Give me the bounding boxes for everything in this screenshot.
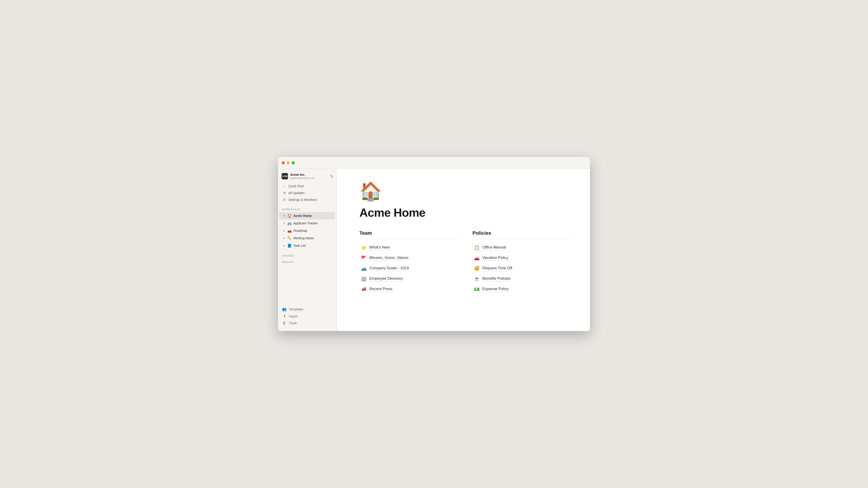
vacation-policy-emoji: 🚗 <box>474 255 480 261</box>
whats-new-emoji: ⭐ <box>361 245 367 250</box>
nav-label-meeting-notes: Meeting Notes <box>293 236 333 240</box>
workspace-header: ACME Acme Inc. fig@makenotion.com ⇅ <box>278 169 337 183</box>
mission-label: Mission, Vision, Values <box>369 255 408 260</box>
workspace-text: Acme Inc. fig@makenotion.com <box>290 173 315 180</box>
nav-emoji-acme-home: 🏠 <box>287 214 292 218</box>
sidebar-item-quick-find[interactable]: ○ Quick Find <box>280 183 335 190</box>
nav-arrow-icon: ▶ <box>283 230 286 232</box>
policies-column: Policies 📋 Office Manual 🚗 Vacation Poli… <box>472 230 572 294</box>
templates-icon: 👥 <box>282 307 287 311</box>
nav-label-applicant-tracker: Applicant Tracker <box>293 221 333 225</box>
nav-label-task-list: Task List <box>293 244 333 248</box>
content-area: 🏠 Acme Home Team ⭐ What's New 🚩 Mission,… <box>337 169 590 331</box>
company-goals-emoji: 🚙 <box>361 266 367 271</box>
list-item-recent-press[interactable]: 📣 Recent Press <box>360 284 459 294</box>
sidebar-actions: ○ Quick Find ◔ All Updates ⚙ Settings & … <box>278 183 337 206</box>
footer-label-templates: Templates <box>289 307 303 311</box>
workspace-toggle-button[interactable]: ⇅ <box>330 174 333 178</box>
nav-emoji-applicant-tracker: 🚌 <box>287 221 292 225</box>
page-title: Acme Home <box>360 206 572 219</box>
sidebar-item-all-updates[interactable]: ◔ All Updates <box>280 190 335 196</box>
nav-label-roadmap: Roadmap <box>293 229 333 232</box>
expense-policy-label: Expense Policy <box>483 287 508 292</box>
expense-policy-emoji: 💵 <box>474 287 480 292</box>
sidebar-item-import[interactable]: ⬇ Import <box>280 313 335 320</box>
workspace-name: Acme Inc. <box>290 173 315 177</box>
sidebar-action-label-quick-find: Quick Find <box>288 184 304 188</box>
list-item-vacation-policy[interactable]: 🚗 Vacation Policy <box>472 253 572 263</box>
office-manual-emoji: 📋 <box>474 245 480 250</box>
sidebar-item-roadmap[interactable]: ▶ 🚗 Roadmap <box>279 227 335 234</box>
recent-press-label: Recent Press <box>369 287 393 292</box>
shared-section-label: SHARED <box>278 252 337 258</box>
workspace-section-label: WORKSPACE <box>278 206 337 212</box>
list-item-expense-policy[interactable]: 💵 Expense Policy <box>472 284 572 294</box>
sidebar-item-meeting-notes[interactable]: ▶ ✏️ Meeting Notes <box>279 234 335 242</box>
sidebar-item-trash[interactable]: 🗑 Trash <box>280 320 335 326</box>
sidebar-item-settings[interactable]: ⚙ Settings & Members <box>280 196 335 203</box>
list-item-employee-directory[interactable]: 🏢 Employee Directory <box>360 274 459 284</box>
main-layout: ACME Acme Inc. fig@makenotion.com ⇅ ○ Qu… <box>278 169 590 331</box>
gear-icon: ⚙ <box>282 198 286 202</box>
clock-icon: ◔ <box>282 191 286 195</box>
team-column: Team ⭐ What's New 🚩 Mission, Vision, Val… <box>360 230 459 294</box>
company-goals-label: Company Goals - 2019 <box>369 266 409 271</box>
request-time-off-label: Request Time Off <box>483 266 512 271</box>
nav-arrow-icon: ▶ <box>283 237 286 239</box>
list-item-benefits-policies[interactable]: ☕ Benefits Policies <box>472 274 572 284</box>
mission-emoji: 🚩 <box>361 255 367 261</box>
nav-arrow-icon: ▶ <box>283 215 286 217</box>
employee-directory-label: Employee Directory <box>369 276 403 281</box>
minimize-button[interactable] <box>287 161 290 164</box>
workspace-logo: ACME <box>282 173 288 180</box>
nav-emoji-meeting-notes: ✏️ <box>287 236 292 240</box>
nav-items: ▶ 🏠 Acme Home ▶ 🚌 Applicant Tracker ▶ 🚗 … <box>278 212 337 250</box>
list-item-company-goals[interactable]: 🚙 Company Goals - 2019 <box>360 263 459 273</box>
list-item-office-manual[interactable]: 📋 Office Manual <box>472 242 572 253</box>
nav-label-acme-home: Acme Home <box>293 214 333 218</box>
workspace-info: ACME Acme Inc. fig@makenotion.com <box>282 173 315 180</box>
nav-emoji-roadmap: 🚗 <box>287 229 292 233</box>
list-item-whats-new[interactable]: ⭐ What's New <box>360 242 459 253</box>
vacation-policy-label: Vacation Policy <box>483 255 508 260</box>
nav-arrow-icon: ▶ <box>283 245 286 247</box>
office-manual-label: Office Manual <box>483 245 506 250</box>
list-item-request-time-off[interactable]: 😴 Request Time Off <box>472 263 572 273</box>
workspace-email: fig@makenotion.com <box>290 177 315 180</box>
footer-label-import: Import <box>289 315 298 318</box>
sidebar-footer: 👥 Templates ⬇ Import 🗑 Trash <box>278 303 337 326</box>
sidebar-item-acme-home[interactable]: ▶ 🏠 Acme Home <box>279 212 335 220</box>
sidebar-action-label-settings: Settings & Members <box>288 198 317 201</box>
trash-icon: 🗑 <box>282 321 287 325</box>
footer-label-trash: Trash <box>289 321 297 325</box>
search-icon: ○ <box>282 184 286 188</box>
nav-arrow-icon: ▶ <box>283 222 286 224</box>
sidebar-action-label-all-updates: All Updates <box>288 191 305 195</box>
request-time-off-emoji: 😴 <box>474 266 480 271</box>
sidebar-item-task-list[interactable]: ▶ 📘 Task List <box>279 242 335 250</box>
benefits-policies-emoji: ☕ <box>474 276 480 282</box>
import-icon: ⬇ <box>282 314 287 318</box>
sidebar-item-applicant-tracker[interactable]: ▶ 🚌 Applicant Tracker <box>279 220 335 227</box>
columns-container: Team ⭐ What's New 🚩 Mission, Vision, Val… <box>360 230 572 294</box>
benefits-policies-label: Benefits Policies <box>483 276 510 281</box>
sidebar: ACME Acme Inc. fig@makenotion.com ⇅ ○ Qu… <box>278 169 337 331</box>
team-column-heading: Team <box>360 230 459 239</box>
whats-new-label: What's New <box>369 245 390 250</box>
policies-list: 📋 Office Manual 🚗 Vacation Policy 😴 Requ… <box>472 242 572 294</box>
traffic-lights <box>282 161 295 164</box>
private-section-label: PRIVATE <box>278 258 337 265</box>
titlebar <box>278 157 590 169</box>
employee-directory-emoji: 🏢 <box>361 276 367 282</box>
recent-press-emoji: 📣 <box>361 287 367 292</box>
maximize-button[interactable] <box>291 161 295 164</box>
team-list: ⭐ What's New 🚩 Mission, Vision, Values 🚙… <box>360 242 459 294</box>
sidebar-item-templates[interactable]: 👥 Templates <box>280 306 335 313</box>
policies-column-heading: Policies <box>472 230 572 239</box>
app-window: ACME Acme Inc. fig@makenotion.com ⇅ ○ Qu… <box>278 157 590 331</box>
page-icon: 🏠 <box>360 182 572 200</box>
close-button[interactable] <box>282 161 285 164</box>
list-item-mission[interactable]: 🚩 Mission, Vision, Values <box>360 253 459 263</box>
nav-emoji-task-list: 📘 <box>287 243 292 248</box>
